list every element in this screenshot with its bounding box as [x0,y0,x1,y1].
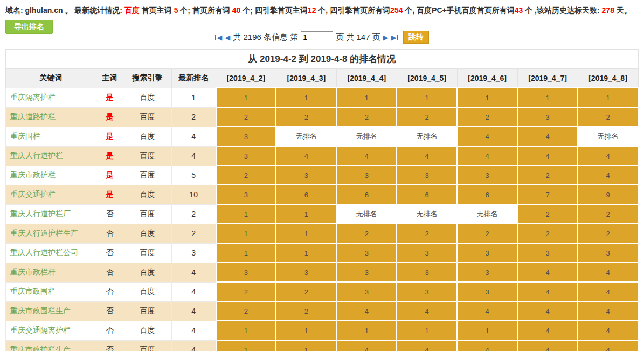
export-rankings-button[interactable]: 导出排名 [5,20,53,34]
daily-rank-cell: 4 [578,166,638,185]
main-word-cell: 是 [96,107,123,127]
latest-rank-cell: 4 [172,301,216,321]
search-engine-cell: 百度 [123,224,172,243]
keyword-cell: 重庆隔离护栏 [6,88,96,107]
info-segment: 首页主词 [140,6,174,15]
main-word-cell: 是 [96,146,123,166]
search-engine-cell: 百度 [123,107,172,127]
prev-page-icon[interactable]: ◀ [225,34,230,41]
jump-button[interactable]: 跳转 [403,31,429,44]
column-header: [2019_4_6] [457,69,517,88]
info-segment: 域名: glhulan.cn 。 最新统计情况: [5,6,124,15]
latest-rank-cell: 10 [172,185,216,204]
daily-rank-cell: 2 [336,224,397,243]
daily-rank-cell: 2 [517,204,578,224]
main-word-cell: 否 [96,282,123,301]
daily-rank-cell: 4 [457,301,517,321]
daily-rank-cell: 4 [578,282,638,301]
search-engine-cell: 百度 [123,88,172,107]
daily-rank-cell: 1 [336,88,397,107]
column-header: [2019_4_5] [397,69,457,88]
daily-rank-cell: 4 [397,146,457,166]
daily-rank-cell: 无排名 [397,127,457,146]
daily-rank-cell: 3 [336,263,397,282]
latest-rank-cell: 2 [172,107,216,127]
daily-rank-cell: 无排名 [336,204,397,224]
daily-rank-cell: 1 [578,88,638,107]
keyword-cell: 重庆人行道护栏厂 [6,204,96,224]
daily-rank-cell: 2 [397,107,457,127]
daily-rank-cell: 3 [457,243,517,263]
info-segment: 个, 四引擎首页所有词 [316,6,390,15]
daily-rank-cell: 2 [457,107,517,127]
latest-rank-cell: 3 [172,243,216,263]
column-header: 主词 [96,69,123,88]
daily-rank-cell: 3 [276,166,336,185]
last-page-icon[interactable]: ▶ [391,34,398,41]
info-segment: 个 ,该站历史达标天数: [523,6,601,15]
table-row: 重庆市政护栏生产否百度41144444 [6,340,639,351]
daily-rank-cell: 2 [216,166,276,185]
table-row: 重庆人行道护栏是百度43444444 [6,146,639,166]
page-number-input[interactable] [301,31,333,43]
column-header: [2019_4_3] [276,69,336,88]
latest-rank-cell: 4 [172,321,216,340]
daily-rank-cell: 1 [276,321,336,340]
latest-rank-cell: 4 [172,340,216,351]
daily-rank-cell: 2 [517,166,578,185]
keyword-cell: 重庆交通护栏 [6,185,96,204]
latest-rank-cell: 2 [172,224,216,243]
daily-rank-cell: 无排名 [276,127,336,146]
search-engine-cell: 百度 [123,127,172,146]
daily-rank-cell: 2 [397,224,457,243]
info-segment: 天。 [614,6,632,15]
daily-rank-cell: 4 [336,301,397,321]
daily-rank-cell: 1 [216,340,276,351]
column-header: 关键词 [6,69,96,88]
daily-rank-cell: 3 [276,263,336,282]
daily-rank-cell: 3 [457,282,517,301]
daily-rank-cell: 4 [397,340,457,351]
ranking-table: 从 2019-4-2 到 2019-4-8 的排名情况 关键词主词搜索引擎最新排… [5,49,639,351]
daily-rank-cell: 3 [457,263,517,282]
daily-rank-cell: 3 [336,243,397,263]
daily-rank-cell: 6 [397,185,457,204]
daily-rank-cell: 4 [457,146,517,166]
search-engine-cell: 百度 [123,301,172,321]
info-segment: 百度 [124,6,140,15]
table-header-row: 关键词主词搜索引擎最新排名[2019_4_2][2019_4_3][2019_4… [6,69,639,88]
daily-rank-cell: 4 [457,340,517,351]
daily-rank-cell: 1 [397,88,457,107]
main-word-cell: 是 [96,127,123,146]
daily-rank-cell: 3 [216,185,276,204]
info-segment: 个; 首页所有词 [178,6,232,15]
column-header: [2019_4_8] [578,69,638,88]
first-page-icon[interactable]: ◀ [215,34,222,41]
daily-rank-cell: 1 [216,88,276,107]
search-engine-cell: 百度 [123,185,172,204]
keyword-cell: 重庆市政栏杆 [6,263,96,282]
latest-rank-cell: 4 [172,282,216,301]
daily-rank-cell: 4 [517,301,578,321]
daily-rank-cell: 4 [578,340,638,351]
daily-rank-cell: 1 [336,321,397,340]
daily-rank-cell: 4 [457,127,517,146]
daily-rank-cell: 4 [517,127,578,146]
table-row: 重庆隔离护栏是百度11111111 [6,88,639,107]
column-header: [2019_4_2] [216,69,276,88]
daily-rank-cell: 2 [578,224,638,243]
daily-rank-cell: 1 [517,88,578,107]
daily-rank-cell: 2 [517,224,578,243]
main-word-cell: 否 [96,321,123,340]
table-row: 重庆交通护栏是百度103666679 [6,185,639,204]
daily-rank-cell: 3 [517,243,578,263]
daily-rank-cell: 2 [216,282,276,301]
daily-rank-cell: 3 [578,243,638,263]
column-header: 搜索引擎 [123,69,172,88]
daily-rank-cell: 3 [216,127,276,146]
pagination-info-suffix: 页 共 147 页 [336,32,380,43]
next-page-icon[interactable]: ▶ [383,34,389,41]
daily-rank-cell: 3 [336,282,397,301]
info-segment: 12 [308,6,316,15]
keyword-cell: 重庆市政围栏 [6,282,96,301]
